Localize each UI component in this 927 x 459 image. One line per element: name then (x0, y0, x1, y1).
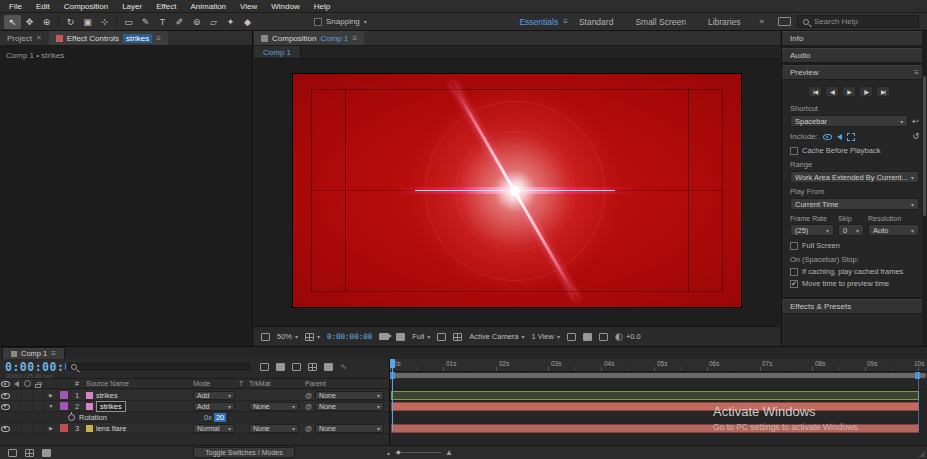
zoom-tool-icon[interactable]: ⊕ (38, 15, 55, 29)
workspace-bar-icon[interactable] (778, 17, 791, 26)
cache-before-playback-checkbox[interactable] (790, 147, 798, 155)
effect-controls-content[interactable]: Comp 1 • strikes (0, 46, 252, 346)
frame-blending-icon[interactable] (308, 363, 317, 371)
range-dropdown[interactable]: Work Area Extended By Current... ▾ (790, 171, 919, 183)
menu-file[interactable]: File (2, 0, 29, 13)
workspace-essentials[interactable]: Essentials (508, 17, 569, 27)
fast-previews-icon[interactable] (583, 333, 592, 341)
rotation-property-row[interactable]: Rotation 0x 20 (0, 412, 389, 423)
parent-pickwhip-icon[interactable]: @ (305, 403, 312, 410)
time-ruler[interactable]: 0s 01s 02s 03s 04s 05s 06s 07s 08s 09s 1… (390, 359, 927, 372)
graph-editor-icon[interactable]: ∿ (340, 362, 347, 371)
column-trkmat[interactable]: TrkMat (249, 380, 305, 387)
play-cached-frames-checkbox[interactable] (790, 268, 798, 276)
layer-mode-dropdown[interactable]: Normal ▾ (193, 424, 235, 433)
layer-name[interactable]: lens flare (96, 424, 126, 433)
menu-view[interactable]: View (233, 0, 264, 13)
eraser-tool-icon[interactable]: ▱ (205, 15, 222, 29)
layer-expander-icon[interactable]: ▼ (44, 403, 58, 409)
tab-timeline-comp-1[interactable]: Comp 1 ≡ (2, 347, 65, 359)
draft-3d-icon[interactable] (276, 363, 285, 371)
layer-audio-toggle[interactable] (11, 390, 22, 401)
first-frame-button[interactable]: |◀ (808, 86, 822, 97)
tab-effect-controls[interactable]: Effect Controls strikes ≡ (49, 31, 168, 45)
play-button[interactable]: ▶ (842, 86, 856, 97)
camera-view-dropdown[interactable]: Active Camera ▾ (469, 332, 524, 341)
layer-mode-dropdown[interactable]: Add ▾ (193, 391, 235, 400)
mini-flowchart-icon[interactable] (599, 333, 608, 341)
show-snapshot-icon[interactable] (396, 333, 405, 341)
panel-effects-presets-header[interactable]: Effects & Presets (782, 299, 927, 314)
layer-expander-icon[interactable]: ▶ (44, 425, 58, 431)
layer-solo-toggle[interactable] (22, 401, 33, 412)
layer-trkmat-dropdown[interactable]: None ▾ (249, 424, 299, 433)
puppet-pin-tool-icon[interactable]: ◆ (239, 15, 256, 29)
play-from-dropdown[interactable]: Current Time ▾ (790, 198, 919, 210)
column-number[interactable]: # (70, 380, 84, 387)
layer-parent-dropdown[interactable]: None ▾ (315, 424, 384, 433)
zoom-in-icon[interactable]: ▲ (445, 448, 453, 457)
layer-name[interactable]: strikes (96, 391, 118, 400)
previous-frame-button[interactable]: ◀| (825, 86, 839, 97)
menu-composition[interactable]: Composition (57, 0, 115, 13)
region-of-interest-icon[interactable] (437, 333, 446, 341)
layer-audio-toggle[interactable] (11, 423, 22, 434)
parent-pickwhip-icon[interactable]: @ (305, 425, 312, 432)
grid-guides-dropdown[interactable]: ▾ (305, 333, 320, 341)
rotation-revolutions-value[interactable]: 0x (204, 413, 212, 422)
panel-menu-icon[interactable]: ≡ (352, 34, 357, 43)
menu-window[interactable]: Window (264, 0, 306, 13)
include-audio-icon[interactable] (837, 134, 842, 140)
exposure-control[interactable]: +0.0 (615, 332, 641, 341)
layer-solo-toggle[interactable] (22, 423, 33, 434)
toggle-layer-switches-icon[interactable] (8, 449, 17, 457)
layer-lock-toggle[interactable] (33, 390, 44, 401)
shortcut-dropdown[interactable]: Spacebar ▾ (790, 115, 908, 127)
column-t[interactable]: T (239, 380, 249, 387)
zoom-out-icon[interactable]: ▲ (386, 450, 391, 456)
include-video-icon[interactable] (823, 132, 832, 141)
menu-animation[interactable]: Animation (183, 0, 233, 13)
reset-shortcut-icon[interactable]: ↩ (912, 117, 919, 126)
zoom-slider[interactable]: ◆ (395, 452, 441, 453)
composition-canvas[interactable] (293, 74, 741, 307)
column-source-name[interactable]: Source Name (84, 380, 193, 387)
full-screen-checkbox[interactable] (790, 242, 798, 250)
layer-label-chip[interactable] (60, 391, 68, 399)
pixel-aspect-icon[interactable] (567, 333, 576, 341)
toggle-switches-modes-button[interactable]: Toggle Switches / Modes (193, 447, 295, 458)
rotation-property-label[interactable]: Rotation (79, 413, 107, 422)
subtab-comp-1[interactable]: Comp 1 (254, 46, 301, 58)
layer-name-editing[interactable]: strikes (96, 401, 126, 412)
panel-audio-header[interactable]: Audio (782, 48, 927, 63)
frame-rate-dropdown[interactable]: (25) ▾ (790, 224, 834, 236)
column-parent[interactable]: Parent (305, 380, 389, 387)
layer-expander-icon[interactable]: ▶ (44, 392, 58, 398)
camera-tool-icon[interactable]: ▣ (79, 15, 96, 29)
selection-tool-icon[interactable]: ↖ (4, 15, 21, 29)
resolution-dropdown[interactable]: Full ▾ (412, 332, 430, 341)
hide-shy-icon[interactable] (292, 363, 301, 371)
brush-tool-icon[interactable]: ✐ (171, 15, 188, 29)
menu-effect[interactable]: Effect (149, 0, 183, 13)
skip-dropdown[interactable]: 0 ▾ (838, 224, 864, 236)
close-icon[interactable]: ✕ (36, 34, 42, 42)
workspace-small-screen[interactable]: Small Screen (624, 17, 697, 27)
layer-row-1[interactable]: ▶ 1 strikes Add ▾ @ None (0, 390, 389, 401)
stopwatch-icon[interactable] (68, 414, 75, 421)
last-frame-button[interactable]: ▶| (876, 86, 890, 97)
layer-lock-toggle[interactable] (33, 423, 44, 434)
zoom-slider-handle[interactable]: ◆ (396, 449, 401, 455)
panel-menu-icon[interactable]: ≡ (914, 68, 919, 77)
layer-solo-toggle[interactable] (22, 390, 33, 401)
view-layout-dropdown[interactable]: 1 View ▾ (532, 332, 560, 341)
menu-layer[interactable]: Layer (115, 0, 149, 13)
workspace-overflow-icon[interactable]: » (752, 17, 772, 26)
search-help-input[interactable]: Search Help (797, 15, 919, 28)
loop-icon[interactable]: ↺ (912, 132, 919, 141)
motion-blur-icon[interactable] (324, 363, 333, 371)
layer-audio-toggle[interactable] (11, 401, 22, 412)
work-area-bar[interactable] (390, 372, 927, 379)
chevron-down-icon[interactable]: ▾ (364, 18, 367, 25)
current-time-indicator[interactable] (392, 359, 393, 431)
